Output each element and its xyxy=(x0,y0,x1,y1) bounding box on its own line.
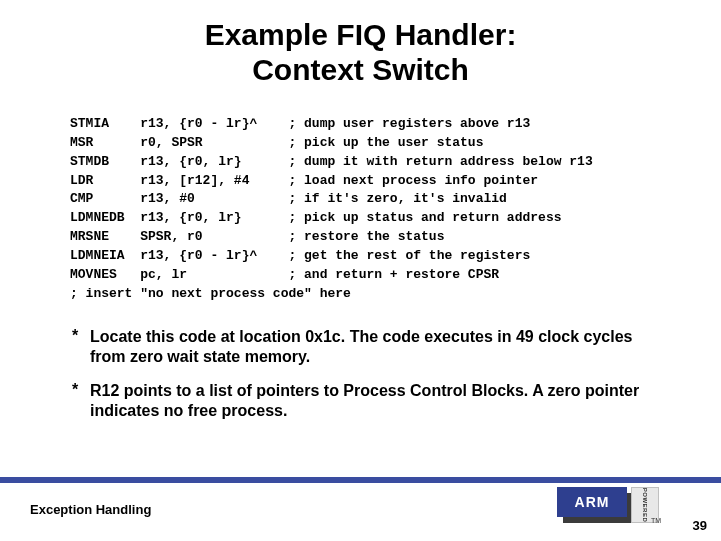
logo-text: ARM xyxy=(575,494,610,510)
trademark: TM xyxy=(651,517,661,524)
slide-title: Example FIQ Handler: Context Switch xyxy=(0,0,721,87)
code-block: STMIA r13, {r0 - lr}^ ; dump user regist… xyxy=(70,115,721,303)
title-line-2: Context Switch xyxy=(252,53,469,86)
title-line-1: Example FIQ Handler: xyxy=(205,18,517,51)
powered-text: POWERED xyxy=(642,488,648,523)
footer-label: Exception Handling xyxy=(30,502,151,517)
logo-box: ARM xyxy=(557,487,627,517)
bullet-marker: * xyxy=(72,327,90,367)
arm-logo: ARM POWERED TM xyxy=(557,487,661,531)
footer-divider xyxy=(0,477,721,483)
bullet-marker: * xyxy=(72,381,90,421)
bullet-list: * Locate this code at location 0x1c. The… xyxy=(72,327,649,421)
bullet-text: Locate this code at location 0x1c. The c… xyxy=(90,327,649,367)
bullet-item: * R12 points to a list of pointers to Pr… xyxy=(72,381,649,421)
bullet-item: * Locate this code at location 0x1c. The… xyxy=(72,327,649,367)
bullet-text: R12 points to a list of pointers to Proc… xyxy=(90,381,649,421)
page-number: 39 xyxy=(693,518,707,533)
